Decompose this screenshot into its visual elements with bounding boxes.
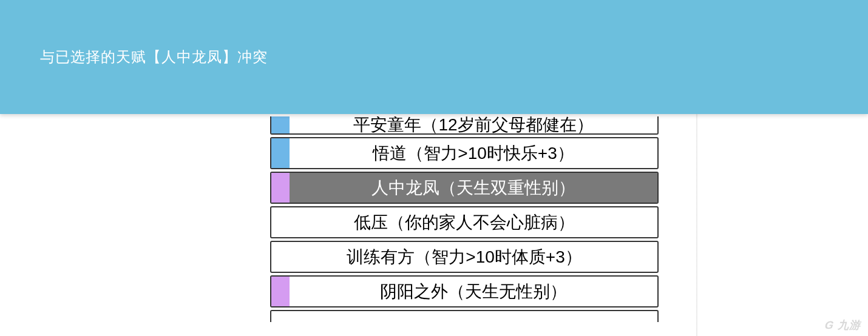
talent-content: 平安童年（12岁前父母都健在）悟道（智力>10时快乐+3）人中龙凤（天生双重性别… xyxy=(0,114,868,322)
talent-rarity-indicator xyxy=(271,138,290,168)
talent-rarity-indicator xyxy=(271,277,290,306)
talent-item[interactable]: 平安童年（12岁前父母都健在） xyxy=(270,116,659,135)
talent-list: 平安童年（12岁前父母都健在）悟道（智力>10时快乐+3）人中龙凤（天生双重性别… xyxy=(270,116,659,322)
talent-item[interactable]: 人中龙凤（天生双重性别） xyxy=(270,172,659,204)
talent-label: 训练有方（智力>10时体质+3） xyxy=(271,242,657,272)
talent-item[interactable]: 低压（你的家人不会心脏病） xyxy=(270,206,659,238)
talent-label: 人中龙凤（天生双重性别） xyxy=(290,173,657,203)
talent-label: 平安童年（12岁前父母都健在） xyxy=(290,116,657,133)
talent-item[interactable] xyxy=(270,310,659,322)
watermark: G 九游 xyxy=(825,318,861,332)
talent-item[interactable]: 阴阳之外（天生无性别） xyxy=(270,275,659,307)
panel-edge-shadow xyxy=(696,114,698,336)
talent-label xyxy=(271,311,657,322)
talent-rarity-indicator xyxy=(271,173,290,203)
talent-item[interactable]: 悟道（智力>10时快乐+3） xyxy=(270,137,659,169)
talent-label: 悟道（智力>10时快乐+3） xyxy=(290,138,657,168)
conflict-banner: 与已选择的天赋【人中龙凤】冲突 xyxy=(0,0,868,114)
watermark-text: 九游 xyxy=(838,319,861,331)
talent-label: 阴阳之外（天生无性别） xyxy=(290,277,657,306)
watermark-icon: G xyxy=(824,319,835,332)
conflict-message: 与已选择的天赋【人中龙凤】冲突 xyxy=(40,47,268,67)
talent-label: 低压（你的家人不会心脏病） xyxy=(271,207,657,237)
talent-rarity-indicator xyxy=(271,116,290,133)
talent-item[interactable]: 训练有方（智力>10时体质+3） xyxy=(270,241,659,273)
